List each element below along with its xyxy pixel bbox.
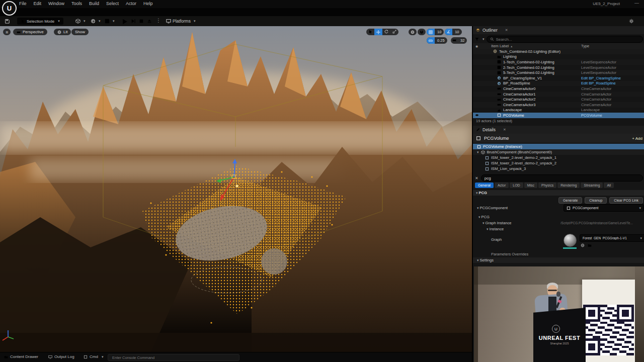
clear-search-icon[interactable]: ✕ <box>475 176 478 180</box>
row-type-link[interactable]: Edit BP_ClearingSpline <box>581 76 643 80</box>
tab-actor[interactable]: Actor <box>495 183 509 188</box>
tab-physics[interactable]: Physics <box>538 183 556 188</box>
show-dropdown[interactable]: Show <box>71 29 89 35</box>
outliner-search[interactable] <box>487 36 643 43</box>
platforms-dropdown[interactable]: Platforms ▾ <box>166 19 195 24</box>
menu-actor[interactable]: Actor <box>126 1 136 6</box>
details-tab[interactable]: Details ✕ <box>473 126 644 134</box>
outliner-row[interactable]: BP_ClearingSpline_V1 Edit BP_ClearingSpl… <box>473 75 644 81</box>
tab-misc[interactable]: Misc <box>524 183 537 188</box>
settings-section-header[interactable]: ▾ Settings <box>473 257 644 263</box>
outliner-row[interactable]: Lighting <box>473 54 644 60</box>
output-log-button[interactable]: Output Log <box>48 354 74 359</box>
rotate-tool-icon[interactable] <box>384 30 388 34</box>
caret-down-icon[interactable]: ▾ <box>477 206 479 210</box>
viewport-menu-button[interactable]: ≡ <box>3 29 11 35</box>
select-tool-icon[interactable] <box>368 30 372 34</box>
pcgcomponent-dropdown[interactable]: PCGComponent ▾ <box>564 204 644 212</box>
cleanup-button[interactable]: Cleanup <box>585 197 607 204</box>
outliner-row-selected[interactable]: PCGVolume PCGVolume <box>473 113 644 118</box>
menu-edit[interactable]: Edit <box>34 1 42 6</box>
outliner-row[interactable]: Tech_Combined-02-Lighting (Editor) <box>473 49 644 54</box>
content-drawer-button[interactable]: Content Drawer <box>4 354 38 359</box>
surface-snap-toggle[interactable] <box>418 29 426 35</box>
tab-streaming[interactable]: Streaming <box>581 183 603 188</box>
caret-down-icon[interactable]: ▾ <box>487 227 489 231</box>
scale-snap-control[interactable]: 0.25 <box>427 37 447 44</box>
menu-select[interactable]: Select <box>106 1 119 6</box>
parameters-overrides-label[interactable]: Parameters Overrides <box>491 252 528 256</box>
close-icon[interactable]: ✕ <box>503 128 506 132</box>
eject-icon[interactable] <box>147 19 152 24</box>
stop-icon[interactable] <box>139 19 144 24</box>
rotation-snap-control[interactable]: ∠ 10 <box>445 29 462 35</box>
caret-down-icon[interactable]: ▾ <box>482 37 485 41</box>
component-row-ism[interactable]: ISM_tower_2-level_demo-2_unpack_2 <box>473 160 644 166</box>
move-tool-icon[interactable] <box>376 30 380 34</box>
column-item-label[interactable]: Item Label <box>491 44 509 48</box>
cmd-dropdown[interactable]: Cmd ▾ <box>84 354 103 359</box>
settings-gear-icon[interactable] <box>629 19 634 24</box>
caret-down-icon[interactable]: ▾ <box>482 221 485 225</box>
outliner-row[interactable]: 5-Tech_Combined-02-Lighting LevelSequenc… <box>473 70 644 75</box>
play-icon[interactable] <box>122 19 128 25</box>
component-row-ism[interactable]: ISM_tower_2-level_demo-2_unpack_1 <box>473 155 644 160</box>
component-row-ism[interactable]: ISM_Lion_unpack_3 <box>473 166 644 171</box>
scale-tool-icon[interactable] <box>392 30 396 34</box>
menu-file[interactable]: File <box>19 1 27 6</box>
graph-thumbnail[interactable] <box>564 234 577 247</box>
filter-icon[interactable] <box>475 37 479 41</box>
outliner-row[interactable]: CineCameraActor0 CineCameraActor <box>473 86 644 92</box>
kebab-icon[interactable]: ⋮ <box>156 18 161 23</box>
row-type-link[interactable]: Edit BP_RoadSpline <box>581 81 643 85</box>
use-selected-icon[interactable] <box>581 243 585 247</box>
menu-tools[interactable]: Tools <box>71 1 82 6</box>
scale-snap-value[interactable]: 0.25 <box>435 38 447 43</box>
outliner-row[interactable]: Landscape Landscape <box>473 108 644 113</box>
add-actor-button[interactable]: ▾ <box>75 19 86 24</box>
clear-pcg-link-button[interactable]: Clear PCG Link <box>609 197 643 204</box>
outliner-row[interactable]: 1-Tech_Combined-02-Lighting LevelSequenc… <box>473 59 644 65</box>
details-search-input[interactable] <box>485 176 639 180</box>
menu-build[interactable]: Build <box>89 1 99 6</box>
minimize-icon[interactable]: — <box>634 1 639 6</box>
outliner-row[interactable]: CineCameraActor3 CineCameraActor <box>473 102 644 108</box>
menu-window[interactable]: Window <box>48 1 64 6</box>
outliner-tab[interactable]: Outliner ✕ <box>473 26 644 34</box>
caret-down-icon[interactable]: ▾ <box>478 215 480 219</box>
tab-lod[interactable]: LOD <box>510 183 523 188</box>
outliner-row[interactable]: CineCameraActor2 CineCameraActor <box>473 97 644 102</box>
viewport-canvas[interactable]: ≡ Perspective Lit Show 10 <box>0 26 472 352</box>
browse-to-asset-icon[interactable] <box>588 243 592 247</box>
camera-speed-value[interactable]: 32 <box>458 38 467 43</box>
outliner-row[interactable]: 2-Tech_Combined-02-Lighting LevelSequenc… <box>473 65 644 70</box>
tab-all[interactable]: All <box>604 183 614 188</box>
component-row-instance[interactable]: PCGVolume (Instance) <box>473 144 644 149</box>
component-row-brush[interactable]: ▾ BrushComponent (BrushComponent0) <box>473 149 644 155</box>
console-input[interactable] <box>111 355 236 360</box>
menu-help[interactable]: Help <box>143 1 153 6</box>
lit-dropdown[interactable]: Lit <box>54 29 71 35</box>
perspective-dropdown[interactable]: Perspective <box>13 29 47 35</box>
console-input-box[interactable] <box>108 354 239 361</box>
save-icon[interactable] <box>5 19 10 24</box>
outliner-row[interactable]: BP_RoadSpline Edit BP_RoadSpline <box>473 81 644 86</box>
blueprints-button[interactable]: ▾ <box>91 19 101 24</box>
close-icon[interactable]: ✕ <box>505 28 508 32</box>
column-type[interactable]: Type <box>581 44 589 48</box>
outliner-search-input[interactable] <box>496 37 639 42</box>
grid-snap-value[interactable]: 10 <box>435 30 444 34</box>
cinematics-button[interactable]: ▾ <box>105 19 115 24</box>
grid-snap-control[interactable]: 10 <box>427 29 444 35</box>
rotation-snap-value[interactable]: 10 <box>452 30 461 34</box>
generate-button[interactable]: Generate <box>558 197 582 204</box>
caret-down-icon[interactable]: ▾ <box>477 150 479 154</box>
pcg-section-header[interactable]: ▾ PCG <box>473 190 644 196</box>
add-component-button[interactable]: + Add <box>632 136 642 141</box>
graph-asset-dropdown[interactable]: Forest_GEN_PCGGraph-1-V1 ▾ <box>580 234 644 242</box>
transform-tools[interactable] <box>366 29 398 35</box>
selection-mode-dropdown[interactable]: Selection Mode ▾ <box>17 18 63 25</box>
tab-rendering[interactable]: Rendering <box>557 183 580 188</box>
eye-icon[interactable] <box>475 113 479 117</box>
world-local-toggle[interactable] <box>409 29 417 35</box>
